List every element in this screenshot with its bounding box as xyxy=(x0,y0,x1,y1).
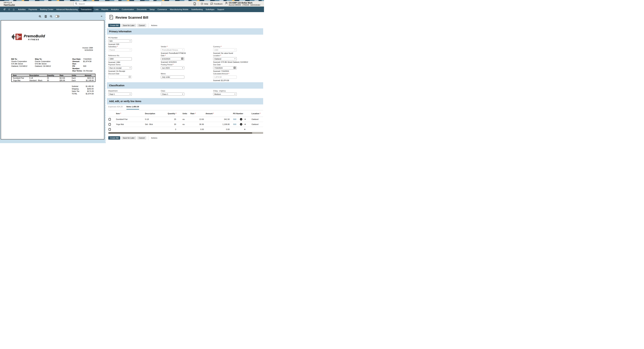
create-bill-button[interactable]: Create Bill xyxy=(108,136,120,140)
invoice-summary: Due Date:7/16/2024 Amount Due:$1,874.58 … xyxy=(72,58,92,72)
discount-date-input[interactable] xyxy=(110,76,129,78)
fit-to-page-icon[interactable] xyxy=(44,15,47,18)
page-title: Review Scanned Bill xyxy=(116,16,148,19)
location-select[interactable]: Oakland ▼ xyxy=(213,57,237,60)
nav-item-banking-center[interactable]: Banking Center xyxy=(38,6,55,12)
scrollbar-thumb[interactable] xyxy=(108,132,252,134)
description-cell: Std - Blck xyxy=(143,122,168,127)
viewer-toggle[interactable]: ✕ xyxy=(55,15,60,17)
create-bill-button[interactable]: Create Bill xyxy=(108,24,120,27)
actions-menu-button[interactable]: Actions xyxy=(150,24,158,26)
rate-cell: 36.96 xyxy=(190,122,206,127)
posting-period-select[interactable]: Jun 2024 ▼ xyxy=(161,66,184,69)
discount-date-input-wrap xyxy=(108,75,132,78)
feedback-button[interactable]: Feedback xyxy=(210,2,222,5)
global-search[interactable] xyxy=(74,2,162,6)
bill-to-block: Bill To: Oracle Corporation 575 8th Stre… xyxy=(11,58,27,67)
po-number-select[interactable]: 500 ▼ xyxy=(108,39,132,42)
nav-item-activities[interactable]: Activities xyxy=(16,6,27,12)
cancel-button[interactable]: Cancel xyxy=(137,136,146,140)
search-input[interactable] xyxy=(79,3,160,5)
zoom-in-icon[interactable] xyxy=(38,15,42,18)
nav-item-analytics[interactable]: Analytics xyxy=(110,6,120,12)
row-checkbox[interactable] xyxy=(108,118,111,121)
user-role: Ascend DB9006 - 3760228 - Administrator xyxy=(229,4,260,6)
field-po-number: PO Number 500 ▼ Scanned: 500 xyxy=(108,37,134,45)
units-cell: ea xyxy=(178,122,190,127)
bottom-action-bar: Create Bill Save for Later Cancel Action… xyxy=(108,136,158,140)
user-menu[interactable]: CG-EMP-122 Bollar Mark Ascend DB9006 - 3… xyxy=(225,2,260,6)
nav-item-reports[interactable]: Reports xyxy=(100,6,110,12)
toggle-knob xyxy=(56,15,57,17)
user-text: CG-EMP-122 Bollar Mark Ascend DB9006 - 3… xyxy=(229,2,260,6)
memo-input[interactable] xyxy=(161,75,184,79)
nav-item-commerce[interactable]: Commerce xyxy=(156,6,168,12)
nav-item-documents[interactable]: Documents xyxy=(135,6,148,12)
nav-item-suiteapps[interactable]: SuiteApps xyxy=(204,6,216,12)
nav-item-customization[interactable]: Customization xyxy=(120,6,135,12)
calendar-icon[interactable] xyxy=(181,57,183,60)
due-date-input[interactable] xyxy=(214,67,234,69)
rate-cell: 0.00 xyxy=(190,127,206,132)
main-nav: ↺ ☆ ⌂ Activities Payments Banking Center… xyxy=(0,6,264,12)
save-for-later-button[interactable]: Save for Later xyxy=(121,24,136,27)
nav-item-suitebanking[interactable]: SuiteBanking xyxy=(190,6,204,12)
po-number-scanned-hint: Scanned: 500 xyxy=(108,43,134,45)
cseg-urgency-select[interactable]: Medium ▼ xyxy=(213,92,237,96)
location-scanned-hint: Scanned: 575 8th Street Oakland, CA 9461… xyxy=(213,61,238,63)
expand-line-icon[interactable]: « xyxy=(244,124,247,125)
calendar-icon[interactable] xyxy=(234,66,236,69)
new-document-button[interactable] xyxy=(194,2,196,5)
topbar: ORACLE NetSuite ? Help Feedback xyxy=(0,1,264,6)
favorites-star-icon[interactable]: ☆ xyxy=(8,8,10,10)
horizontal-scrollbar[interactable] xyxy=(108,132,263,134)
payment-terms-select[interactable]: Due on receipt ▼ xyxy=(108,66,132,69)
po-number-link[interactable]: 500 xyxy=(233,123,238,125)
expand-line-icon[interactable]: « xyxy=(244,129,246,130)
quantity-cell: 25 xyxy=(168,117,178,122)
home-icon[interactable]: ⌂ xyxy=(13,8,14,11)
items-table: Item* Description Quantity* Units Rate* … xyxy=(108,110,263,132)
nav-item-lists[interactable]: Lists xyxy=(93,6,100,12)
invoice-number: Invoice 1984 xyxy=(82,47,93,49)
user-icon xyxy=(225,2,228,5)
po-number-link[interactable]: 500 xyxy=(233,118,238,120)
class-select[interactable]: Class 1 ▼ xyxy=(161,92,184,96)
expand-line-icon[interactable]: « xyxy=(244,119,247,120)
history-icon[interactable]: ↺ xyxy=(3,8,6,10)
cancel-button[interactable]: Cancel xyxy=(137,24,146,27)
feedback-icon xyxy=(210,2,213,5)
reference-scanned-hint: Scanned: 1984 xyxy=(108,61,134,63)
item-cell xyxy=(114,127,143,132)
chevron-down-icon: ▼ xyxy=(234,58,236,59)
tab-expenses[interactable]: Expenses 424.28 xyxy=(108,106,122,109)
chevron-down-icon: ▼ xyxy=(130,40,131,41)
reference-no-input[interactable] xyxy=(108,57,132,60)
amount-cell: 1,108.80 xyxy=(206,122,231,127)
nav-item-payments[interactable]: Payments xyxy=(27,6,38,12)
tab-items[interactable]: Items 1,450.30 xyxy=(126,106,139,109)
nav-item-manufacturing-mobile[interactable]: Manufacturing Mobile xyxy=(168,6,190,12)
nav-item-setup[interactable]: Setup xyxy=(148,6,156,12)
vendor-logo-text: PremoBuild FITNESS xyxy=(24,34,45,40)
due-date-scanned-hint: Scanned: 7/16/2024 xyxy=(213,70,238,72)
date-input[interactable] xyxy=(162,58,181,60)
oracle-wordmark: ORACLE xyxy=(4,2,15,3)
nav-item-support[interactable]: Support xyxy=(216,6,226,12)
top-action-bar: Create Bill Save for Later Cancel Action… xyxy=(108,24,158,27)
collapse-panel-icon[interactable]: « xyxy=(101,14,102,18)
actions-menu-button[interactable]: Actions xyxy=(150,137,158,139)
remove-line-icon[interactable]: ✕ xyxy=(240,118,242,120)
calendar-icon[interactable] xyxy=(129,75,131,78)
nav-item-advanced-manufacturing[interactable]: Advanced Manufacturing xyxy=(55,6,79,12)
remove-line-icon[interactable]: ✕ xyxy=(240,123,242,125)
row-checkbox[interactable] xyxy=(108,123,111,126)
help-button[interactable]: ? Help xyxy=(201,3,208,5)
chevron-down-icon: ▼ xyxy=(130,93,131,95)
department-select[interactable]: Dept 1 ▼ xyxy=(108,92,132,96)
quantity-cell: 0 xyxy=(168,127,178,132)
zoom-out-icon[interactable] xyxy=(50,15,53,18)
save-for-later-button[interactable]: Save for Later xyxy=(121,136,136,140)
nav-item-transactions[interactable]: Transactions xyxy=(79,6,93,12)
row-checkbox[interactable] xyxy=(108,128,111,131)
